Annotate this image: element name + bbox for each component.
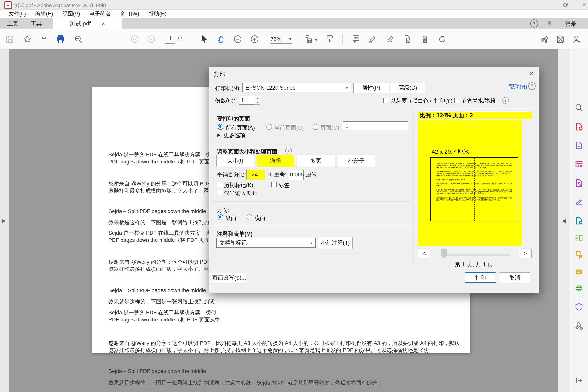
comment-tool-icon[interactable]: [352, 35, 360, 44]
link-tool-icon[interactable]: [540, 35, 549, 44]
search-document-icon[interactable]: [574, 103, 584, 112]
send-pdf-icon[interactable]: [574, 216, 584, 225]
search-icon[interactable]: [74, 35, 83, 44]
menu-item[interactable]: 文件(F): [4, 10, 30, 17]
copies-input[interactable]: 1: [239, 96, 255, 105]
spin-down-icon[interactable]: ▼: [256, 101, 259, 104]
delete-icon[interactable]: [420, 35, 430, 44]
dialog-close-icon[interactable]: ×: [530, 69, 534, 78]
help-icon[interactable]: ?: [530, 20, 538, 28]
copies-spinner[interactable]: ▲▼: [255, 96, 260, 105]
pages-radio[interactable]: [312, 124, 318, 130]
tab-home[interactable]: 主页: [2, 18, 24, 30]
sign-tool-icon[interactable]: [386, 35, 395, 44]
help-question-icon[interactable]: ?: [528, 82, 536, 90]
portrait-radio[interactable]: [218, 214, 224, 220]
save-icon[interactable]: [5, 35, 14, 44]
save-ink-label: 节省墨水/墨粉: [461, 97, 496, 104]
scan-optimize-icon[interactable]: [574, 284, 584, 293]
edit-pages-icon[interactable]: [403, 35, 412, 44]
edit-pdf-icon[interactable]: [574, 160, 584, 169]
preview-slider-thumb[interactable]: [442, 249, 447, 258]
page-number-input[interactable]: 1: [165, 35, 175, 44]
current-page-radio[interactable]: [266, 124, 272, 130]
close-button[interactable]: ×: [578, 1, 588, 8]
comment-icon[interactable]: [574, 268, 584, 277]
sign-in-button[interactable]: 登录: [565, 20, 577, 28]
crop-pages-icon[interactable]: [574, 234, 584, 243]
preview-next-button[interactable]: >: [519, 248, 532, 258]
landscape-radio[interactable]: [247, 214, 252, 220]
select-tool-icon[interactable]: [200, 35, 209, 44]
properties-button[interactable]: 属性(P): [354, 82, 389, 93]
share-upload-icon[interactable]: [40, 35, 48, 44]
expand-left-panel-icon[interactable]: ▶: [2, 217, 6, 224]
labels-checkbox[interactable]: [272, 182, 277, 187]
tab-tools[interactable]: 工具: [26, 18, 47, 30]
info-icon[interactable]: i: [502, 97, 509, 104]
overlap-input[interactable]: 0.005: [288, 170, 304, 180]
email-icon[interactable]: [556, 35, 565, 44]
export-pdf-icon[interactable]: [574, 141, 584, 150]
expand-more-icon[interactable]: ▶: [217, 133, 220, 138]
document-text-line: 感谢来自 @Weily 的分享：这个可以切 PDF，比如把每页 A3 大小的转换…: [108, 340, 461, 347]
minimize-button[interactable]: –: [541, 1, 553, 8]
size-mode-button[interactable]: 小册子: [338, 155, 375, 167]
fill-sign-icon[interactable]: [574, 197, 584, 206]
preview-prev-button[interactable]: <: [418, 248, 430, 258]
restore-button[interactable]: [560, 1, 572, 8]
tab-close-icon[interactable]: ×: [102, 20, 105, 27]
protect-pdf-icon[interactable]: [574, 302, 584, 312]
print-icon[interactable]: [56, 35, 65, 44]
size-mode-button[interactable]: 大小(I): [216, 155, 254, 167]
previous-page-icon[interactable]: [130, 35, 139, 44]
collapse-toolbar-icon[interactable]: [574, 376, 584, 385]
summarize-comments-button[interactable]: 小结注释(T): [318, 237, 352, 249]
tab-document[interactable]: 测试.pdf ×: [52, 18, 122, 30]
tile-only-large-checkbox[interactable]: [217, 190, 222, 195]
chevron-down-icon[interactable]: ▼: [314, 38, 318, 42]
create-pdf-icon[interactable]: [574, 122, 584, 131]
advanced-button[interactable]: 高级(D): [391, 82, 425, 93]
menu-item[interactable]: 电子签名: [85, 10, 115, 17]
spin-up-icon[interactable]: ▲: [256, 97, 259, 100]
comments-select[interactable]: 文档和标记∨: [216, 238, 316, 248]
highlight-tool-icon[interactable]: [368, 35, 377, 44]
zoom-level-dropdown[interactable]: 75%▼: [270, 35, 292, 44]
size-mode-button[interactable]: 多页: [297, 155, 335, 167]
size-mode-button[interactable]: 海报: [257, 155, 294, 167]
page-display-icon[interactable]: [325, 35, 334, 44]
more-tools-icon[interactable]: [574, 322, 584, 331]
save-ink-checkbox[interactable]: [454, 98, 460, 103]
page-fit-dropdown-icon[interactable]: [304, 35, 313, 44]
notifications-bell-icon[interactable]: [546, 20, 554, 27]
next-page-icon[interactable]: [147, 35, 156, 44]
info-icon[interactable]: i: [285, 148, 292, 154]
grayscale-checkbox[interactable]: [383, 98, 388, 103]
cut-marks-checkbox[interactable]: [217, 182, 222, 187]
menu-item[interactable]: 编辑(E): [30, 10, 58, 17]
comment-document-icon[interactable]: [574, 250, 584, 259]
star-favorite-icon[interactable]: [23, 35, 32, 44]
preview-slider-track[interactable]: [442, 254, 509, 256]
undo-rotate-icon[interactable]: [438, 35, 447, 44]
zoom-in-icon[interactable]: [250, 35, 259, 44]
menu-item[interactable]: 视图(V): [58, 10, 85, 17]
zoom-out-icon[interactable]: [233, 35, 242, 44]
more-options-label[interactable]: 更多选项: [224, 132, 246, 139]
menu-item[interactable]: 帮助(H): [144, 10, 171, 17]
organize-pages-icon[interactable]: [574, 178, 584, 188]
hand-tool-icon[interactable]: [217, 35, 226, 44]
page-range-input[interactable]: 1: [343, 121, 408, 130]
menu-item[interactable]: 窗口(W): [115, 10, 144, 17]
printer-select[interactable]: EPSON L220 Series∨: [242, 83, 351, 92]
cancel-button[interactable]: 取消: [499, 272, 530, 283]
print-dialog: 打印 × 打印机(N): EPSON L220 Series∨ 属性(P) 高级…: [209, 67, 540, 293]
collapse-right-panel-icon[interactable]: ◀: [562, 217, 566, 224]
add-account-icon[interactable]: [572, 35, 581, 44]
all-pages-radio[interactable]: [218, 124, 224, 130]
help-link[interactable]: 帮助(H): [508, 83, 527, 90]
tile-scale-input[interactable]: 124: [246, 170, 265, 180]
print-button[interactable]: 打印: [465, 272, 496, 283]
page-setup-button[interactable]: 页面设置(S)...: [211, 273, 247, 283]
